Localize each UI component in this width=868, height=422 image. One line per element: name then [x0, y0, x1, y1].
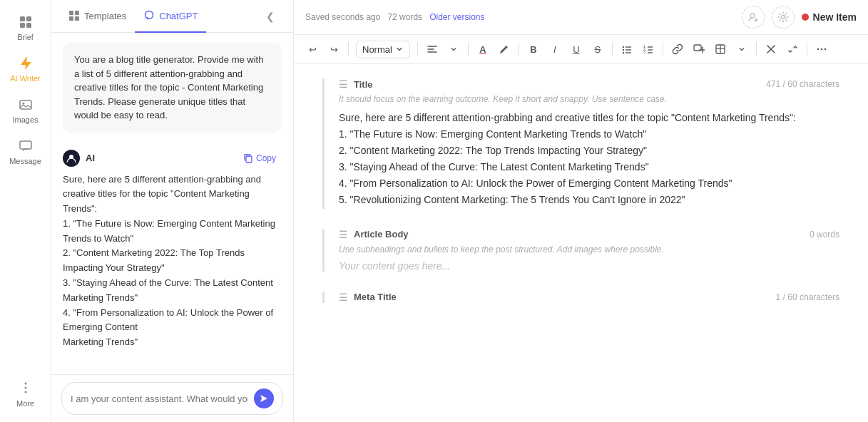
- meta-title-section-header: ☰ Meta Title 1 / 60 characters: [339, 292, 839, 303]
- sidebar-item-more[interactable]: More: [4, 375, 47, 413]
- toolbar-separator-6: [663, 42, 663, 56]
- italic-button[interactable]: I: [545, 39, 565, 59]
- align-dropdown-button[interactable]: [444, 39, 464, 59]
- word-count: 72 words: [387, 12, 422, 22]
- ai-response-text: Sure, here are 5 different attention-gra…: [63, 173, 282, 351]
- chatgpt-tab-icon: [143, 10, 155, 21]
- expand-button[interactable]: [782, 39, 802, 59]
- sidebar-images-label: Images: [12, 115, 38, 124]
- ai-text-line-4: 4. "From Personalization to AI: Unlock t…: [63, 306, 282, 336]
- toolbar-separator-8: [807, 42, 807, 56]
- undo-button[interactable]: ↩: [302, 39, 322, 59]
- align-button[interactable]: [422, 39, 442, 59]
- sidebar-item-ai-writer[interactable]: AI Writer: [4, 50, 47, 88]
- meta-title-section: ☰ Meta Title 1 / 60 characters: [322, 292, 839, 303]
- article-body-section-hint: Use subheadings and bullets to keep the …: [339, 245, 839, 254]
- svg-point-7: [24, 383, 26, 385]
- svg-point-38: [821, 48, 823, 51]
- svg-rect-1: [26, 16, 31, 21]
- saved-status: Saved seconds ago: [305, 12, 380, 22]
- style-dropdown[interactable]: Normal: [356, 41, 410, 58]
- title-section: ☰ Title 471 / 60 characters It should fo…: [322, 78, 839, 209]
- clear-format-button[interactable]: [761, 39, 781, 59]
- toolbar-separator-7: [756, 42, 757, 56]
- image-insert-icon: [693, 43, 705, 55]
- send-button[interactable]: [254, 388, 274, 408]
- tab-templates-label: Templates: [84, 11, 126, 21]
- image-icon: [18, 97, 34, 113]
- strikethrough-button[interactable]: S: [588, 39, 608, 59]
- align-chevron-icon: [450, 46, 457, 53]
- settings-button[interactable]: [772, 6, 795, 29]
- ai-text-line-5: Marketing Trends": [63, 335, 282, 350]
- svg-point-8: [24, 387, 26, 389]
- tab-templates[interactable]: Templates: [60, 0, 135, 33]
- link-button[interactable]: [668, 39, 688, 59]
- svg-point-5: [22, 103, 24, 105]
- main-editor: Saved seconds ago 72 words Older version…: [294, 0, 868, 422]
- svg-point-37: [817, 48, 820, 51]
- numbered-list-button[interactable]: 1. 2. 3.: [638, 39, 658, 59]
- svg-rect-13: [75, 16, 79, 21]
- sidebar-item-images[interactable]: Images: [4, 91, 47, 130]
- templates-tab-icon: [68, 10, 80, 21]
- table-chevron-icon: [738, 46, 745, 53]
- ai-response-header: AI Copy: [63, 143, 282, 173]
- toolbar-separator-4: [519, 42, 519, 56]
- numbered-list-icon: 1. 2. 3.: [643, 43, 654, 55]
- svg-rect-0: [20, 16, 25, 21]
- table-icon: [715, 43, 726, 55]
- status-indicator: [802, 14, 809, 21]
- sidebar-item-message[interactable]: Message: [4, 133, 47, 171]
- older-versions-link[interactable]: Older versions: [429, 12, 484, 22]
- sidebar-item-brief[interactable]: Brief: [4, 9, 47, 47]
- table-button[interactable]: [710, 39, 730, 59]
- editor-meta: Saved seconds ago 72 words Older version…: [305, 12, 485, 22]
- ai-text-line-3: 3. "Staying Ahead of the Curve: The Late…: [63, 276, 282, 306]
- redo-button[interactable]: ↪: [324, 39, 344, 59]
- more-options-icon: [816, 43, 827, 55]
- collapse-panel-button[interactable]: ❮: [262, 8, 279, 25]
- style-label: Normal: [362, 44, 392, 55]
- article-body-section-icon: ☰: [339, 229, 348, 240]
- title-section-hint: It should focus on the learning outcome.…: [339, 94, 839, 104]
- toolbar-separator-3: [468, 42, 469, 56]
- tabs-bar: Templates ChatGPT ❮: [51, 0, 293, 33]
- more-options-button[interactable]: [812, 39, 832, 59]
- editor-header: Saved seconds ago 72 words Older version…: [294, 0, 868, 35]
- svg-rect-4: [20, 101, 31, 109]
- underline-button[interactable]: U: [566, 39, 586, 59]
- copy-label: Copy: [256, 153, 276, 163]
- highlight-button[interactable]: [494, 39, 514, 59]
- meta-title-section-label: Meta Title: [354, 292, 770, 302]
- more-dots-icon: [19, 381, 33, 396]
- ai-text-line-1: 1. "The Future is Now: Emerging Content …: [63, 217, 282, 247]
- toolbar-separator-1: [348, 42, 349, 56]
- new-item-button[interactable]: New Item: [802, 11, 857, 23]
- tab-chatgpt[interactable]: ChatGPT: [135, 0, 206, 33]
- bullet-list-button[interactable]: [617, 39, 637, 59]
- image-insert-button[interactable]: [689, 39, 709, 59]
- article-body-section-count: 0 words: [810, 230, 839, 240]
- meta-title-section-icon: ☰: [339, 292, 348, 303]
- title-section-body[interactable]: Sure, here are 5 different attention-gra…: [339, 110, 839, 209]
- svg-point-17: [750, 14, 755, 18]
- editor-toolbar: ↩ ↪ Normal A B I: [294, 35, 868, 64]
- user-invite-button[interactable]: [742, 6, 765, 29]
- ai-response-area: AI Copy Sure, here are 5 different atten…: [51, 143, 293, 375]
- chat-input-area: [51, 374, 293, 422]
- ai-avatar: [63, 150, 80, 167]
- meta-title-section-count: 1 / 60 characters: [776, 292, 839, 302]
- sidebar-message-label: Message: [9, 157, 41, 165]
- chat-input[interactable]: [71, 393, 248, 404]
- table-dropdown-button[interactable]: [732, 39, 752, 59]
- svg-rect-3: [26, 23, 31, 28]
- article-body-section-header: ☰ Article Body 0 words: [339, 229, 839, 240]
- clear-format-icon: [765, 43, 777, 55]
- sidebar-brief-label: Brief: [17, 33, 34, 41]
- bold-button[interactable]: B: [524, 39, 543, 59]
- article-body-placeholder[interactable]: Your content goes here...: [339, 260, 839, 272]
- svg-rect-11: [75, 11, 79, 15]
- copy-button[interactable]: Copy: [238, 150, 282, 166]
- font-color-button[interactable]: A: [473, 39, 493, 59]
